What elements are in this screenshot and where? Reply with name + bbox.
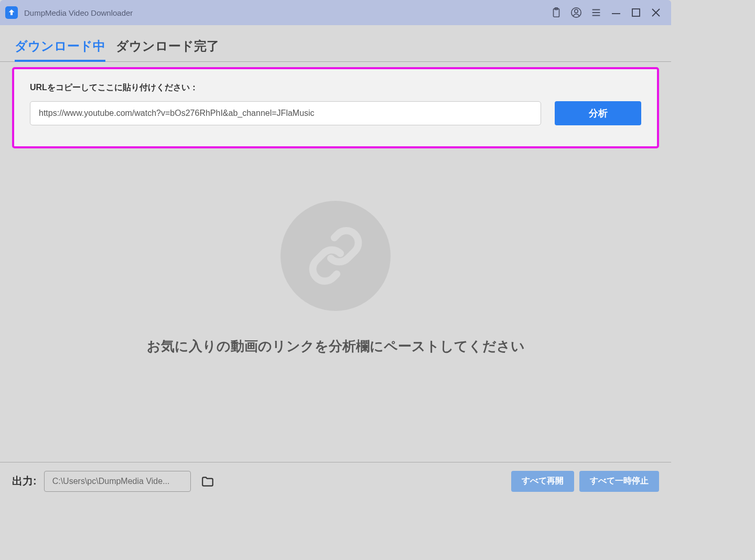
maximize-button[interactable] [626,0,646,25]
output-path-display[interactable]: C:\Users\pc\DumpMedia Vide... [44,471,191,492]
menu-icon[interactable] [586,0,606,25]
url-input[interactable] [30,101,541,125]
app-title: DumpMedia Video Downloader [24,8,133,17]
svg-rect-8 [632,9,640,16]
url-input-section: URLをコピーしてここに貼り付けください： 分析 [12,67,659,148]
pause-all-button[interactable]: すべて一時停止 [579,471,659,492]
output-label: 出力: [12,474,37,488]
tab-downloading[interactable]: ダウンロード中 [15,38,105,62]
svg-point-3 [575,9,578,13]
account-icon[interactable] [566,0,586,25]
footer: 出力: C:\Users\pc\DumpMedia Vide... すべて再開 … [0,462,671,500]
empty-message: お気に入りの動画のリンクを分析欄にペーストしてください [147,337,525,356]
tabs: ダウンロード中 ダウンロード完了 [0,38,671,62]
clipboard-icon[interactable] [546,0,566,25]
app-logo [5,6,18,19]
link-icon [281,201,391,311]
open-folder-button[interactable] [197,471,218,492]
analyze-button[interactable]: 分析 [555,101,641,125]
close-button[interactable] [646,0,666,25]
resume-all-button[interactable]: すべて再開 [511,471,574,492]
empty-state: お気に入りの動画のリンクを分析欄にペーストしてください [0,201,671,356]
titlebar: DumpMedia Video Downloader [0,0,671,25]
minimize-button[interactable] [606,0,626,25]
tab-completed[interactable]: ダウンロード完了 [116,38,219,61]
url-label: URLをコピーしてここに貼り付けください： [30,82,641,93]
content-area: ダウンロード中 ダウンロード完了 URLをコピーしてここに貼り付けください： 分… [0,25,671,500]
